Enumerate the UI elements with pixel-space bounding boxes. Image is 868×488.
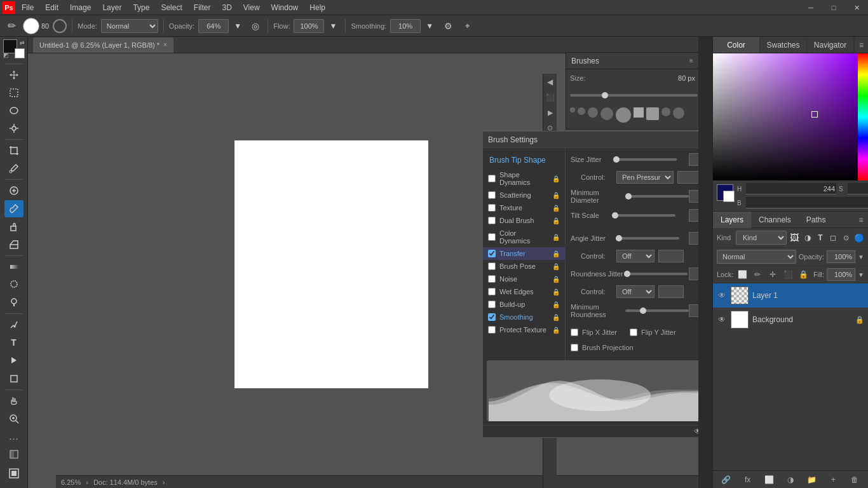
- magic-wand-tool[interactable]: [4, 120, 24, 137]
- menu-edit[interactable]: Edit: [40, 2, 64, 13]
- adjustment-btn[interactable]: ◑: [783, 473, 797, 487]
- brush-preset-1[interactable]: [570, 107, 575, 112]
- angle-jitter-val[interactable]: [689, 232, 698, 245]
- control2-select[interactable]: Off Pen Pressure: [616, 250, 654, 262]
- brush-projection-checkbox[interactable]: [571, 344, 578, 351]
- flip-y-checkbox[interactable]: [630, 329, 637, 336]
- filter-shape-icon[interactable]: ◻: [828, 231, 838, 245]
- tilt-scale-slider[interactable]: [612, 214, 675, 217]
- min-roundness-val[interactable]: [689, 304, 698, 317]
- expand-color-icon[interactable]: ◀: [545, 76, 556, 88]
- min-diameter-slider[interactable]: [625, 195, 689, 198]
- flow-input[interactable]: [294, 19, 324, 33]
- dual-brush-checkbox[interactable]: [488, 217, 496, 224]
- hand-tool[interactable]: [4, 393, 24, 409]
- bs-protect-texture[interactable]: Protect Texture 🔒: [483, 323, 565, 336]
- paths-tab[interactable]: Paths: [799, 212, 834, 228]
- control3-val[interactable]: [658, 285, 684, 298]
- smoothing-checkbox[interactable]: [488, 313, 496, 321]
- angle-jitter-slider[interactable]: [616, 237, 679, 240]
- brush-pose-checkbox[interactable]: [488, 262, 496, 270]
- build-up-checkbox[interactable]: [488, 301, 496, 308]
- screen-mode-icon[interactable]: [4, 464, 24, 483]
- screen-mode-btn[interactable]: [4, 464, 24, 485]
- smoothing-input[interactable]: [390, 19, 421, 33]
- size-slider[interactable]: [570, 94, 698, 97]
- fill-val-input[interactable]: [827, 268, 855, 281]
- layer-item-layer1[interactable]: 👁 Layer 1: [713, 283, 868, 308]
- color-gradient-picker[interactable]: [713, 53, 858, 180]
- quick-mask-tool[interactable]: [4, 446, 24, 463]
- flip-x-checkbox[interactable]: [571, 329, 578, 336]
- brush-preset-8[interactable]: [661, 107, 670, 116]
- blur-tool[interactable]: [4, 276, 24, 293]
- blending-mode-select[interactable]: Normal Multiply Screen Overlay: [717, 250, 796, 264]
- filter-type-icon[interactable]: 🖼: [789, 231, 799, 245]
- bs-color-dynamics[interactable]: Color Dynamics 🔒: [483, 227, 565, 247]
- color-tab[interactable]: Color: [713, 37, 760, 53]
- menu-help[interactable]: Help: [304, 2, 330, 13]
- tilt-scale-val[interactable]: [689, 209, 698, 222]
- settings-icon[interactable]: ⚙: [440, 18, 456, 34]
- bs-transfer[interactable]: Transfer 🔒: [483, 247, 565, 260]
- menu-file[interactable]: File: [17, 2, 39, 13]
- swatches-tab[interactable]: Swatches: [760, 37, 807, 53]
- filter-toggle-icon[interactable]: 🔵: [854, 231, 864, 245]
- bs-noise[interactable]: Noise 🔒: [483, 273, 565, 285]
- opacity-val-input[interactable]: [827, 250, 855, 263]
- brushes-menu-icon[interactable]: ≡: [686, 56, 696, 66]
- brush-preview-circle[interactable]: [23, 18, 39, 34]
- control1-val[interactable]: [677, 171, 698, 184]
- status-arrow[interactable]: ›: [86, 478, 88, 486]
- move-tool[interactable]: [4, 67, 24, 83]
- menu-view[interactable]: View: [238, 2, 265, 13]
- background-visibility-icon[interactable]: 👁: [717, 315, 727, 325]
- size-jitter-val[interactable]: [689, 153, 698, 166]
- min-diameter-val[interactable]: [689, 190, 698, 203]
- marquee-tool[interactable]: [4, 85, 24, 101]
- menu-3d[interactable]: 3D: [217, 2, 236, 13]
- mode-select[interactable]: Normal Multiply Screen: [101, 19, 158, 33]
- menu-type[interactable]: Type: [128, 2, 154, 13]
- control3-select[interactable]: Off Pen Pressure: [616, 285, 654, 298]
- brush-preset-3[interactable]: [588, 107, 598, 118]
- bright-input[interactable]: [746, 197, 868, 208]
- layer1-visibility-icon[interactable]: 👁: [717, 290, 727, 301]
- lock-pixels-btn[interactable]: ✏: [751, 268, 764, 281]
- adjust-icon[interactable]: ⬛: [545, 92, 556, 103]
- text-tool[interactable]: T: [4, 334, 24, 351]
- status-arrow-2[interactable]: ›: [163, 478, 165, 486]
- bs-scattering[interactable]: Scattering 🔒: [483, 189, 565, 201]
- brush-preset-7[interactable]: [646, 107, 659, 120]
- color-panel-menu[interactable]: ≡: [854, 37, 868, 53]
- brush-tip-shape-section[interactable]: Brush Tip Shape: [483, 152, 565, 168]
- fill-arrow-btn[interactable]: ▼: [858, 271, 864, 278]
- dodge-tool[interactable]: [4, 294, 24, 311]
- menu-filter[interactable]: Filter: [189, 2, 216, 13]
- kind-select[interactable]: Kind Name Effect: [736, 231, 787, 245]
- bs-brush-pose[interactable]: Brush Pose 🔒: [483, 260, 565, 273]
- shape-dynamics-checkbox[interactable]: [488, 175, 496, 182]
- eraser-tool[interactable]: [4, 236, 24, 253]
- more-tools[interactable]: …: [4, 428, 24, 445]
- menu-image[interactable]: Image: [65, 2, 96, 13]
- default-colors-icon[interactable]: ◩: [3, 52, 9, 58]
- brush-preset-4[interactable]: [600, 107, 613, 120]
- group-btn[interactable]: 📁: [805, 473, 819, 487]
- layer-item-background[interactable]: 👁 Background 🔒: [713, 308, 868, 332]
- layers-tab[interactable]: Layers: [713, 212, 751, 228]
- control1-select[interactable]: Pen Pressure Off Fade: [616, 171, 674, 184]
- texture-checkbox[interactable]: [488, 204, 496, 212]
- menu-select[interactable]: Select: [156, 2, 187, 13]
- brush-preset-5[interactable]: [616, 107, 631, 123]
- swap-colors-icon[interactable]: ⇄: [20, 39, 25, 46]
- bs-dual-brush[interactable]: Dual Brush 🔒: [483, 214, 565, 227]
- layer-style-btn[interactable]: fx: [741, 473, 755, 487]
- shape-tool[interactable]: [4, 370, 24, 387]
- opacity-arrow[interactable]: ▼: [231, 19, 245, 33]
- size-jitter-slider[interactable]: [613, 158, 677, 161]
- play-icon[interactable]: ▶: [545, 107, 556, 118]
- color-swatches[interactable]: ⇄ ◩: [3, 39, 25, 58]
- filter-smart-icon[interactable]: ⊙: [841, 231, 851, 245]
- menu-window[interactable]: Window: [266, 2, 304, 13]
